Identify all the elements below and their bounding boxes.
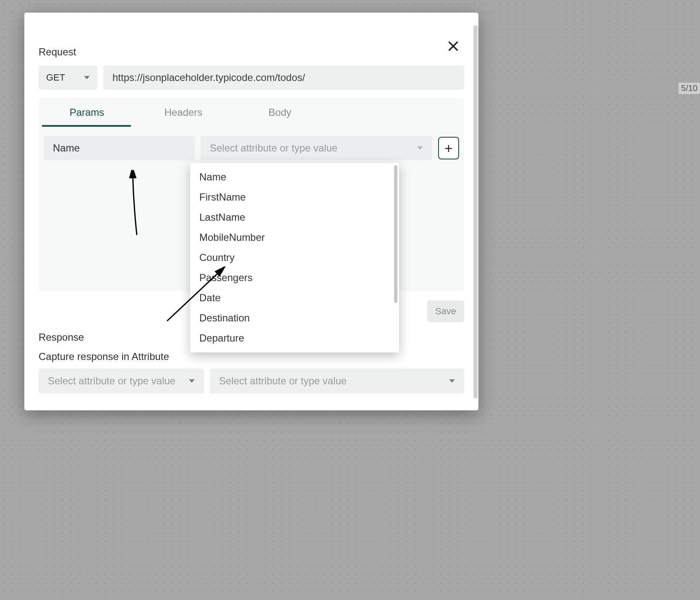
tab-params[interactable]: Params [39, 99, 135, 126]
request-label: Request [39, 46, 464, 58]
dropdown-item-mobilenumber[interactable]: MobileNumber [190, 227, 399, 248]
capture-placeholder-1: Select attribute or type value [48, 375, 175, 387]
param-attribute-placeholder: Select attribute or type value [210, 142, 337, 154]
dropdown-item-firstname[interactable]: FirstName [190, 187, 399, 207]
request-modal: Request GET Params Headers Body Select a… [24, 13, 478, 410]
modal-scrollbar[interactable] [473, 13, 478, 410]
dropdown-item-destination[interactable]: Destination [190, 308, 399, 328]
capture-attribute-select-1[interactable]: Select attribute or type value [39, 368, 204, 394]
param-row: Select attribute or type value + [39, 127, 464, 160]
dropdown-scrollbar[interactable] [394, 165, 397, 303]
capture-attribute-select-2[interactable]: Select attribute or type value [210, 368, 464, 394]
add-param-button[interactable]: + [438, 137, 459, 159]
dropdown-item-passengers[interactable]: Passengers [190, 268, 399, 288]
save-button[interactable]: Save [427, 300, 464, 322]
url-input[interactable] [103, 65, 464, 90]
dropdown-item-departure[interactable]: Departure [190, 328, 399, 348]
chevron-down-icon [189, 379, 195, 383]
dropdown-item-lastname[interactable]: LastName [190, 207, 399, 227]
dropdown-item-country[interactable]: Country [190, 248, 399, 268]
param-name-input[interactable] [44, 136, 195, 160]
dropdown-item-name[interactable]: Name [190, 167, 399, 187]
http-method-select[interactable]: GET [39, 65, 97, 90]
chevron-down-icon [84, 76, 90, 79]
http-method-value: GET [46, 72, 65, 83]
capture-placeholder-2: Select attribute or type value [219, 375, 347, 387]
background-tag: 5/10 [679, 83, 700, 94]
tabs-row: Params Headers Body [39, 98, 464, 127]
chevron-down-icon [449, 379, 455, 383]
modal-scroll-thumb[interactable] [473, 25, 478, 399]
request-row: GET [39, 65, 464, 90]
capture-label: Capture response in Attribute [39, 351, 464, 363]
close-icon [447, 40, 459, 52]
close-button[interactable] [445, 38, 462, 55]
chevron-down-icon [417, 146, 423, 150]
tab-body[interactable]: Body [232, 99, 328, 126]
param-attribute-select[interactable]: Select attribute or type value [201, 136, 432, 160]
dropdown-item-date[interactable]: Date [190, 288, 399, 308]
attribute-dropdown[interactable]: Name FirstName LastName MobileNumber Cou… [190, 163, 399, 352]
capture-row: Select attribute or type value Select at… [39, 368, 464, 394]
tab-headers[interactable]: Headers [135, 99, 232, 126]
